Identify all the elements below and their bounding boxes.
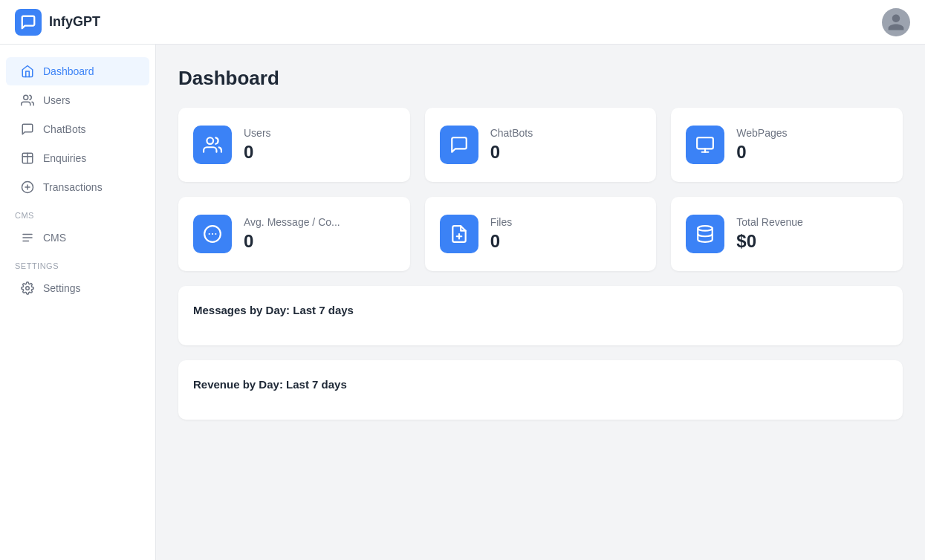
sidebar-item-label: ChatBots (43, 123, 86, 135)
stat-info-avg-message: Avg. Message / Co... 0 (244, 216, 340, 252)
svg-point-10 (207, 137, 213, 144)
avatar[interactable] (882, 8, 910, 36)
top-header: InfyGPT (0, 0, 925, 45)
stat-label-webpages: WebPages (736, 127, 787, 139)
stat-info-files: Files 0 (490, 216, 513, 252)
stat-label-users: Users (244, 127, 271, 139)
sidebar-item-chatbots[interactable]: ChatBots (6, 115, 149, 143)
stat-card-users: Users 0 (178, 108, 410, 182)
stat-value-users: 0 (244, 142, 271, 163)
stat-card-total-revenue: Total Revenue $0 (671, 197, 903, 271)
sidebar-item-dashboard[interactable]: Dashboard (6, 57, 149, 85)
stat-value-chatbots: 0 (490, 142, 533, 163)
stat-label-chatbots: ChatBots (490, 127, 533, 139)
logo-area: InfyGPT (15, 9, 100, 36)
stat-icon-total-revenue (686, 215, 724, 253)
svg-point-9 (26, 287, 30, 290)
stat-label-total-revenue: Total Revenue (736, 216, 803, 228)
sidebar-item-label: CMS (43, 232, 66, 244)
stat-info-chatbots: ChatBots 0 (490, 127, 533, 163)
home-icon (21, 65, 34, 78)
app-layout: Dashboard Users ChatBots Enquiries Trans (0, 45, 925, 560)
users-icon (21, 94, 34, 107)
settings-icon (21, 281, 34, 295)
sidebar-item-label: Dashboard (43, 65, 94, 77)
cms-section-label: CMS (0, 202, 155, 223)
revenue-by-day-title: Revenue by Day: Last 7 days (193, 378, 888, 391)
sidebar-item-label: Settings (43, 282, 81, 294)
stat-card-files: Files 0 (425, 197, 657, 271)
sidebar-item-users[interactable]: Users (6, 86, 149, 114)
svg-point-17 (698, 226, 713, 231)
sidebar-item-label: Users (43, 94, 71, 106)
stat-value-files: 0 (490, 231, 513, 252)
stat-info-webpages: WebPages 0 (736, 127, 787, 163)
page-title: Dashboard (178, 67, 903, 90)
sidebar-item-label: Enquiries (43, 152, 86, 164)
stat-info-total-revenue: Total Revenue $0 (736, 216, 803, 252)
stat-card-webpages: WebPages 0 (671, 108, 903, 182)
sidebar: Dashboard Users ChatBots Enquiries Trans (0, 45, 156, 560)
stat-value-avg-message: 0 (244, 231, 340, 252)
stats-grid: Users 0 ChatBots 0 (178, 108, 903, 271)
sidebar-item-transactions[interactable]: Transactions (6, 173, 149, 201)
cms-icon (21, 231, 34, 244)
messages-by-day-title: Messages by Day: Last 7 days (193, 304, 888, 316)
stat-info-users: Users 0 (244, 127, 271, 163)
main-content: Dashboard Users 0 (156, 45, 925, 560)
sidebar-item-settings[interactable]: Settings (6, 274, 149, 302)
messages-by-day-card: Messages by Day: Last 7 days (178, 286, 903, 345)
stat-value-webpages: 0 (736, 142, 787, 163)
logo-icon (15, 9, 42, 36)
app-name: InfyGPT (49, 14, 100, 30)
stat-icon-chatbots (440, 126, 478, 164)
sidebar-item-enquiries[interactable]: Enquiries (6, 144, 149, 172)
svg-rect-11 (697, 137, 713, 149)
chatbots-icon (21, 123, 34, 136)
stat-icon-files (440, 215, 478, 253)
stat-value-total-revenue: $0 (736, 231, 803, 252)
sidebar-item-cms[interactable]: CMS (6, 224, 149, 252)
stat-card-chatbots: ChatBots 0 (425, 108, 657, 182)
svg-point-0 (24, 95, 28, 100)
stat-label-files: Files (490, 216, 513, 228)
settings-section-label: Settings (0, 253, 155, 273)
revenue-by-day-card: Revenue by Day: Last 7 days (178, 360, 903, 420)
stat-icon-webpages (686, 126, 724, 164)
sidebar-item-label: Transactions (43, 181, 103, 193)
stat-icon-users (193, 126, 232, 164)
stat-icon-avg-message (193, 215, 232, 253)
stat-label-avg-message: Avg. Message / Co... (244, 216, 340, 228)
enquiries-icon (21, 152, 34, 165)
stat-card-avg-message: Avg. Message / Co... 0 (178, 197, 410, 271)
transactions-icon (21, 180, 34, 194)
